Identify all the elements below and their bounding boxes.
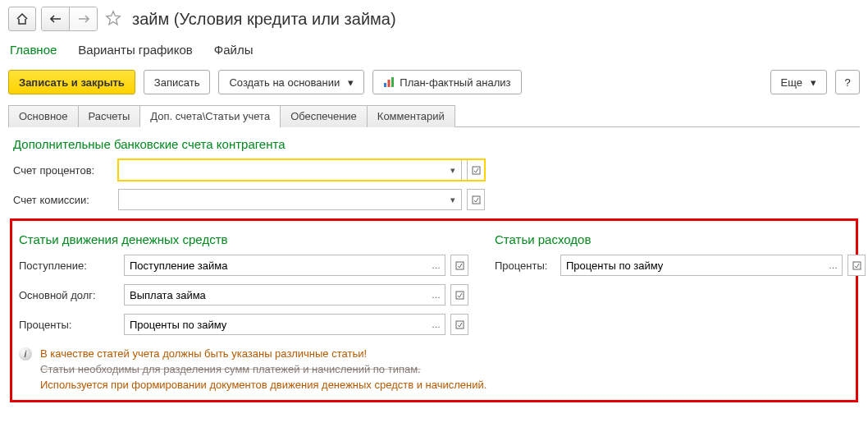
svg-rect-6 (456, 292, 464, 299)
chevron-down-icon: ▾ (811, 76, 816, 89)
page-title: займ (Условия кредита или займа) (132, 10, 396, 29)
interest-account-dropdown[interactable]: ▾ (444, 159, 462, 181)
commission-account-label: Счет комиссии: (13, 194, 118, 206)
warning-line-2: Статьи необходимы для разделения сумм пл… (40, 362, 487, 378)
svg-rect-5 (456, 262, 464, 269)
subtab-calculations[interactable]: Расчеты (78, 105, 141, 127)
svg-rect-2 (391, 77, 394, 87)
tab-main[interactable]: Главное (10, 43, 57, 57)
arrow-right-icon (78, 14, 89, 24)
open-icon (472, 195, 481, 204)
more-button[interactable]: Еще ▾ (770, 70, 827, 94)
principal-label: Основной долг: (19, 289, 124, 301)
commission-account-input[interactable] (118, 189, 444, 210)
open-icon (455, 291, 464, 300)
bank-accounts-section-title: Дополнительные банковские счета контраге… (13, 137, 855, 151)
svg-rect-7 (456, 321, 464, 328)
svg-rect-3 (473, 167, 480, 174)
commission-account-open[interactable] (467, 189, 485, 210)
help-button[interactable]: ? (835, 70, 860, 94)
incoming-input[interactable] (124, 255, 427, 276)
principal-input[interactable] (124, 284, 427, 305)
interest-ellipsis[interactable]: … (427, 314, 445, 335)
open-icon (455, 320, 464, 329)
arrow-left-icon (50, 14, 62, 24)
interest-account-combo: ▾ (118, 159, 485, 181)
create-based-on-button[interactable]: Создать на основании ▾ (218, 70, 364, 94)
svg-rect-8 (853, 262, 861, 269)
cashflow-section-title: Статьи движения денежных средств (19, 232, 478, 246)
warning-line-3: Используется при формировании документов… (40, 378, 487, 393)
subtab-collateral[interactable]: Обеспечение (280, 105, 368, 127)
exp-interest-input[interactable] (560, 255, 825, 276)
open-icon (852, 261, 861, 270)
exp-interest-ellipsis[interactable]: … (825, 255, 843, 276)
back-button[interactable] (42, 7, 69, 30)
sub-tabs: Основное Расчеты Доп. счета\Статьи учета… (8, 104, 860, 127)
exp-interest-combo: … (560, 255, 866, 276)
forward-button[interactable] (70, 7, 97, 30)
tab-files[interactable]: Файлы (214, 43, 254, 57)
tab-schedules[interactable]: Варианты графиков (78, 43, 192, 57)
toolbar: Записать и закрыть Записать Создать на о… (8, 68, 860, 104)
open-icon (455, 261, 464, 270)
svg-rect-1 (388, 80, 391, 87)
interest-open[interactable] (450, 314, 468, 335)
interest-label: Проценты: (19, 319, 124, 331)
incoming-combo: … (124, 255, 468, 276)
commission-account-combo: ▾ (118, 189, 485, 210)
subtab-comment[interactable]: Комментарий (367, 105, 455, 127)
expenses-section-title: Статьи расходов (495, 232, 866, 246)
interest-account-input[interactable] (118, 159, 444, 181)
warning-block: i В качестве статей учета должны быть ук… (19, 347, 849, 393)
plan-fact-label: План-фактный анализ (400, 76, 510, 89)
plan-fact-analysis-button[interactable]: План-фактный анализ (372, 70, 521, 94)
save-button[interactable]: Записать (144, 70, 211, 94)
chevron-down-icon: ▾ (348, 76, 354, 89)
main-tabs: Главное Варианты графиков Файлы (8, 39, 860, 68)
subtab-main[interactable]: Основное (8, 105, 79, 127)
nav-history-group (41, 7, 98, 31)
favorite-star-icon[interactable] (104, 9, 122, 30)
exp-interest-label: Проценты: (495, 260, 560, 272)
interest-combo: … (124, 314, 468, 335)
svg-rect-4 (473, 196, 480, 204)
chart-icon (383, 76, 395, 88)
more-label: Еще (781, 76, 802, 89)
principal-combo: … (124, 284, 468, 305)
interest-account-label: Счет процентов: (13, 164, 118, 177)
principal-open[interactable] (450, 284, 468, 305)
home-button[interactable] (8, 7, 36, 31)
save-and-close-button[interactable]: Записать и закрыть (8, 70, 135, 94)
principal-ellipsis[interactable]: … (427, 284, 445, 305)
incoming-ellipsis[interactable]: … (427, 255, 445, 276)
highlighted-section: Статьи движения денежных средств Поступл… (10, 218, 858, 402)
commission-account-dropdown[interactable]: ▾ (444, 189, 462, 210)
interest-input[interactable] (124, 314, 427, 335)
exp-interest-open[interactable] (847, 255, 866, 276)
create-based-on-label: Создать на основании (229, 76, 340, 89)
warning-line-1: В качестве статей учета должны быть указ… (40, 347, 487, 362)
home-icon (16, 12, 29, 25)
interest-account-open[interactable] (467, 159, 485, 181)
subtab-accounts[interactable]: Доп. счета\Статьи учета (139, 105, 281, 127)
open-icon (472, 166, 481, 175)
svg-rect-0 (384, 83, 386, 87)
info-icon: i (19, 347, 32, 361)
incoming-open[interactable] (450, 255, 468, 276)
incoming-label: Поступление: (19, 260, 124, 272)
